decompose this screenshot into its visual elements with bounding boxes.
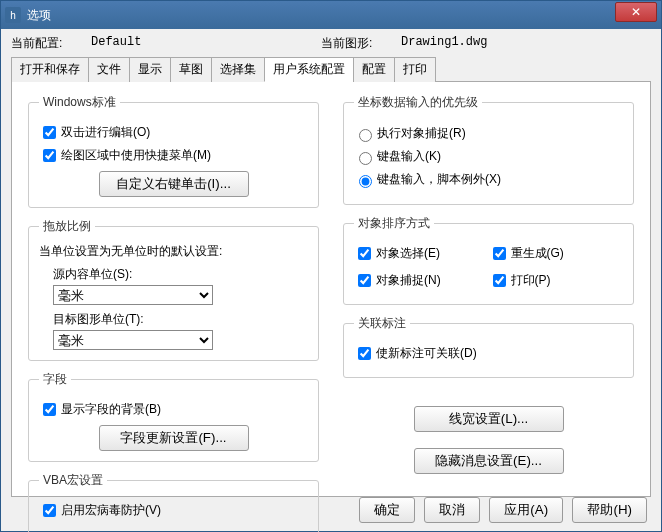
tab-file[interactable]: 文件	[88, 57, 130, 82]
group-assoc-dim: 关联标注 使新标注可关联(D)	[343, 315, 634, 378]
legend-assoc: 关联标注	[354, 315, 410, 332]
checkbox-contextmenu[interactable]	[43, 149, 56, 162]
tab-draft[interactable]: 草图	[170, 57, 212, 82]
tab-user-preferences[interactable]: 用户系统配置	[264, 57, 354, 82]
legend-sort: 对象排序方式	[354, 215, 434, 232]
legend-vba: VBA宏设置	[39, 472, 107, 489]
btn-cancel[interactable]: 取消	[424, 497, 480, 523]
checkbox-sort-regen[interactable]	[493, 247, 506, 260]
btn-customize-rightclick[interactable]: 自定义右键单击(I)...	[99, 171, 249, 197]
tab-plot[interactable]: 打印	[394, 57, 436, 82]
legend-coord: 坐标数据输入的优先级	[354, 94, 482, 111]
tab-profiles[interactable]: 配置	[353, 57, 395, 82]
app-icon: h	[5, 7, 21, 23]
checkbox-assoc[interactable]	[358, 347, 371, 360]
group-sort: 对象排序方式 对象选择(E) 重生成(G) 对象捕捉(N) 打印(P)	[343, 215, 634, 305]
cur-drawing-label: 当前图形:	[321, 35, 401, 52]
chk-sort-select[interactable]: 对象选择(E)	[354, 244, 489, 263]
legend-win-std: Windows标准	[39, 94, 120, 111]
right-column: 坐标数据输入的优先级 执行对象捕捉(R) 键盘输入(K) 键盘输入，脚本例外(X…	[343, 94, 634, 484]
group-field: 字段 显示字段的背景(B) 字段更新设置(F)...	[28, 371, 319, 462]
content-area: 当前配置: Default 当前图形: Drawing1.dwg 打开和保存 文…	[1, 29, 661, 497]
radio-osnap[interactable]	[359, 129, 372, 142]
chk-vba-protect[interactable]: 启用宏病毒防护(V)	[39, 501, 308, 520]
rad-osnap[interactable]: 执行对象捕捉(R)	[354, 125, 623, 142]
checkbox-field-bg[interactable]	[43, 403, 56, 416]
cur-profile-label: 当前配置:	[11, 35, 91, 52]
window-title: 选项	[27, 7, 615, 24]
group-coord-priority: 坐标数据输入的优先级 执行对象捕捉(R) 键盘输入(K) 键盘输入，脚本例外(X…	[343, 94, 634, 205]
chk-context-menu[interactable]: 绘图区域中使用快捷菜单(M)	[39, 146, 308, 165]
chk-sort-snap[interactable]: 对象捕捉(N)	[354, 271, 489, 290]
btn-hidden-msg[interactable]: 隐藏消息设置(E)...	[414, 448, 564, 474]
tabs: 打开和保存 文件 显示 草图 选择集 用户系统配置 配置 打印	[11, 56, 651, 82]
group-vba: VBA宏设置 启用宏病毒防护(V)	[28, 472, 319, 532]
tab-display[interactable]: 显示	[129, 57, 171, 82]
btn-ok[interactable]: 确定	[359, 497, 415, 523]
btn-field-update[interactable]: 字段更新设置(F)...	[99, 425, 249, 451]
btn-lineweight[interactable]: 线宽设置(L)...	[414, 406, 564, 432]
chk-sort-plot[interactable]: 打印(P)	[489, 271, 624, 290]
checkbox-dblclick[interactable]	[43, 126, 56, 139]
options-window: h 选项 ✕ 当前配置: Default 当前图形: Drawing1.dwg …	[0, 0, 662, 532]
header-row: 当前配置: Default 当前图形: Drawing1.dwg	[11, 35, 651, 52]
chk-dblclick-edit[interactable]: 双击进行编辑(O)	[39, 123, 308, 142]
legend-field: 字段	[39, 371, 71, 388]
radio-keyboard-except[interactable]	[359, 175, 372, 188]
group-scale: 拖放比例 当单位设置为无单位时的默认设置: 源内容单位(S): 毫米 目标图形单…	[28, 218, 319, 361]
cur-profile-value: Default	[91, 35, 321, 52]
footer: 确定 取消 应用(A) 帮助(H)	[353, 497, 647, 523]
tab-panel: Windows标准 双击进行编辑(O) 绘图区域中使用快捷菜单(M) 自定义右键…	[11, 82, 651, 497]
checkbox-sort-select[interactable]	[358, 247, 371, 260]
chk-assoc-dim[interactable]: 使新标注可关联(D)	[354, 344, 623, 363]
checkbox-sort-snap[interactable]	[358, 274, 371, 287]
btn-apply[interactable]: 应用(A)	[489, 497, 563, 523]
btn-help[interactable]: 帮助(H)	[572, 497, 647, 523]
left-column: Windows标准 双击进行编辑(O) 绘图区域中使用快捷菜单(M) 自定义右键…	[28, 94, 319, 484]
checkbox-vba[interactable]	[43, 504, 56, 517]
tab-open-save[interactable]: 打开和保存	[11, 57, 89, 82]
chk-sort-regen[interactable]: 重生成(G)	[489, 244, 624, 263]
radio-keyboard[interactable]	[359, 152, 372, 165]
legend-scale: 拖放比例	[39, 218, 95, 235]
select-src-unit[interactable]: 毫米	[53, 285, 213, 305]
group-windows-standard: Windows标准 双击进行编辑(O) 绘图区域中使用快捷菜单(M) 自定义右键…	[28, 94, 319, 208]
cur-drawing-value: Drawing1.dwg	[401, 35, 631, 52]
chk-field-bg[interactable]: 显示字段的背景(B)	[39, 400, 308, 419]
scale-desc: 当单位设置为无单位时的默认设置:	[39, 243, 308, 260]
sort-grid: 对象选择(E) 重生成(G) 对象捕捉(N) 打印(P)	[354, 240, 623, 294]
dst-unit-label: 目标图形单位(T):	[53, 311, 308, 328]
tab-selection[interactable]: 选择集	[211, 57, 265, 82]
rad-keyboard-except[interactable]: 键盘输入，脚本例外(X)	[354, 171, 623, 188]
checkbox-sort-plot[interactable]	[493, 274, 506, 287]
close-button[interactable]: ✕	[615, 2, 657, 22]
titlebar: h 选项 ✕	[1, 1, 661, 29]
src-unit-label: 源内容单位(S):	[53, 266, 308, 283]
close-icon: ✕	[631, 5, 641, 19]
rad-keyboard[interactable]: 键盘输入(K)	[354, 148, 623, 165]
select-dst-unit[interactable]: 毫米	[53, 330, 213, 350]
